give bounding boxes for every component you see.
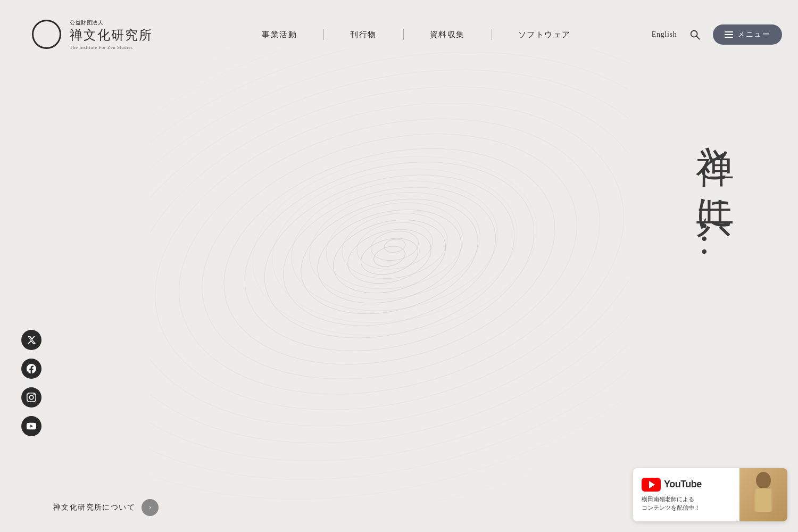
- hamburger-icon: [725, 31, 733, 38]
- svg-point-14: [150, 49, 629, 501]
- hero-background: [0, 0, 798, 532]
- svg-rect-33: [755, 489, 771, 512]
- svg-point-31: [756, 472, 771, 489]
- youtube-description: 横田南嶺老師によるコンテンツを配信中！: [642, 495, 731, 512]
- facebook-icon[interactable]: [21, 359, 41, 379]
- language-switch[interactable]: English: [652, 30, 677, 39]
- menu-button[interactable]: メニュー: [713, 24, 782, 45]
- svg-point-7: [246, 149, 533, 364]
- site-header: 公益財団法人 禅文化研究所 The Institute For Zen Stud…: [0, 0, 798, 69]
- svg-point-16: [150, 49, 629, 501]
- youtube-play-icon: [649, 481, 655, 488]
- svg-point-25: [301, 179, 488, 312]
- nav-item-software[interactable]: ソフトウェア: [492, 30, 597, 40]
- youtube-brand: YouTube: [664, 479, 702, 490]
- logo-circle-icon: [32, 20, 61, 49]
- nav-item-kankobutsu[interactable]: 刊行物: [323, 30, 403, 40]
- svg-point-10: [174, 95, 604, 418]
- svg-point-6: [268, 165, 511, 347]
- svg-point-27: [260, 151, 529, 341]
- svg-point-0: [371, 243, 407, 270]
- svg-point-26: [281, 165, 508, 326]
- hero-text: 禅と共に…: [696, 117, 734, 262]
- svg-point-19: [150, 49, 629, 501]
- youtube-banner-image: [739, 468, 787, 521]
- svg-point-4: [307, 195, 472, 318]
- youtube-icon: [642, 478, 661, 492]
- logo-english: The Institute For Zen Studies: [70, 45, 153, 50]
- menu-label: メニュー: [737, 30, 770, 39]
- youtube-banner-content: YouTube 横田南嶺老師によるコンテンツを配信中！: [633, 468, 739, 521]
- logo-area[interactable]: 公益財団法人 禅文化研究所 The Institute For Zen Stud…: [32, 19, 181, 50]
- arrow-icon: ›: [142, 499, 159, 516]
- social-icons: [21, 330, 41, 436]
- svg-point-13: [150, 49, 629, 480]
- svg-point-22: [353, 217, 437, 275]
- instagram-icon[interactable]: [21, 387, 41, 408]
- svg-point-21: [369, 228, 421, 264]
- nav-item-jigyokatudo[interactable]: 事業活動: [235, 30, 323, 40]
- youtube-logo: YouTube: [642, 478, 731, 492]
- svg-point-9: [200, 114, 579, 399]
- svg-line-30: [697, 36, 700, 39]
- svg-point-23: [337, 205, 453, 287]
- svg-point-8: [223, 132, 555, 381]
- svg-point-29: [691, 31, 697, 37]
- svg-point-11: [150, 75, 629, 438]
- search-icon: [689, 29, 701, 40]
- youtube-banner[interactable]: YouTube 横田南嶺老師によるコンテンツを配信中！: [633, 468, 787, 521]
- svg-point-20: [383, 238, 406, 254]
- logo-title: 禅文化研究所: [70, 28, 153, 43]
- about-link[interactable]: 禅文化研究所について ›: [53, 499, 159, 516]
- logo-subtitle: 公益財団法人: [70, 19, 153, 27]
- svg-point-1: [357, 232, 422, 280]
- main-nav: 事業活動 刊行物 資料収集 ソフトウェア: [181, 30, 652, 40]
- svg-point-17: [150, 49, 629, 501]
- svg-point-28: [238, 135, 552, 357]
- about-link-text: 禅文化研究所について: [53, 503, 135, 512]
- monk-image: [739, 468, 787, 521]
- youtube-social-icon[interactable]: [21, 416, 41, 436]
- twitter-icon[interactable]: [21, 330, 41, 350]
- svg-point-15: [150, 49, 629, 501]
- nav-item-shiryoshuhu[interactable]: 資料収集: [403, 30, 492, 40]
- svg-point-12: [150, 54, 629, 459]
- search-button[interactable]: [687, 27, 702, 42]
- svg-point-18: [150, 49, 629, 501]
- logo-text: 公益財団法人 禅文化研究所 The Institute For Zen Stud…: [70, 19, 153, 50]
- ripple-svg: [150, 49, 629, 501]
- header-right: English メニュー: [652, 24, 782, 45]
